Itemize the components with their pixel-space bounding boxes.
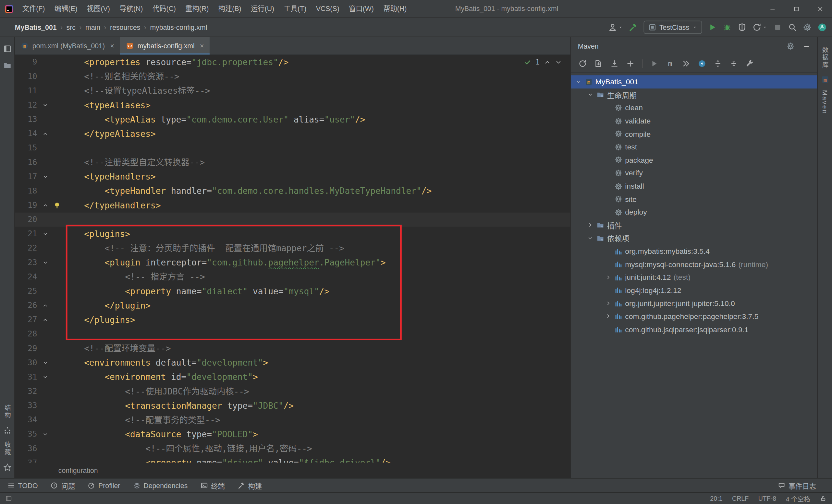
code-line[interactable]: 18 <typeHandler handler="com.demo.core.h… (15, 184, 570, 198)
tree-row[interactable]: mMyBatis_001 (571, 75, 817, 88)
line-number[interactable]: 9 (15, 55, 40, 69)
download-button[interactable] (610, 59, 619, 68)
toolwindow-button-构建[interactable]: 构建 (237, 480, 262, 491)
add-button[interactable] (626, 59, 635, 68)
code-line[interactable]: 15 (15, 141, 570, 155)
tree-row[interactable]: clean (571, 102, 817, 114)
tree-chevron-slot[interactable] (604, 313, 613, 319)
project-tool-window-button[interactable] (3, 45, 11, 53)
code-line[interactable]: 20 (15, 213, 570, 227)
fold-marker[interactable] (40, 255, 50, 270)
code-line[interactable]: 26 </plugin> (15, 299, 570, 313)
tab-close-icon[interactable]: × (200, 43, 204, 49)
maven-tool-window-button[interactable]: Maven (821, 90, 828, 114)
code-line[interactable]: 36 <!--四个属性,驱动,链接,用户名,密码--> (15, 442, 570, 456)
menu-item[interactable]: 运行(U) (246, 0, 279, 18)
line-number[interactable]: 26 (15, 299, 40, 313)
line-number[interactable]: 31 (15, 370, 40, 384)
build-project-button[interactable] (628, 23, 638, 32)
code-line[interactable]: 9 <properties resource="jdbc.properties"… (15, 55, 570, 69)
code-line[interactable]: 22 <!-- 注意：分页助手的插件 配置在通用馆mapper之前 --> (15, 241, 570, 255)
structure-tool-window-button[interactable]: 结构 (3, 404, 12, 419)
line-number[interactable]: 28 (15, 327, 40, 341)
tree-chevron-slot[interactable] (604, 301, 613, 306)
code-line[interactable]: 23 <plugin interceptor="com.github.pageh… (15, 255, 570, 270)
tree-row[interactable]: org.junit.jupiter:junit-jupiter:5.10.0 (571, 297, 817, 310)
tree-chevron-slot[interactable] (586, 235, 595, 241)
toolwindow-button-todo[interactable]: TODO (7, 482, 38, 490)
maven-stripe-icon[interactable]: m (821, 75, 829, 84)
settings-button[interactable] (803, 23, 812, 32)
coverage-button[interactable] (737, 23, 747, 32)
menu-item[interactable]: 窗口(W) (344, 0, 379, 18)
code-line[interactable]: 35 <dataSource type="POOLED"> (15, 427, 570, 442)
maven-settings-button[interactable] (745, 59, 754, 68)
line-number[interactable]: 29 (15, 341, 40, 356)
code-line[interactable]: 10 <!--别名相关的资源--> (15, 69, 570, 84)
database-tool-window-button[interactable]: 数据库 (820, 47, 829, 69)
code-line[interactable]: 24 <!-- 指定方言 --> (15, 270, 570, 284)
intention-bulb[interactable] (50, 198, 64, 213)
fold-marker[interactable] (40, 370, 50, 384)
tree-row[interactable]: 生命周期 (571, 88, 817, 101)
code-line[interactable]: 21 <plugins> (15, 227, 570, 241)
refresh-button[interactable] (578, 59, 587, 68)
fold-marker[interactable] (40, 313, 50, 327)
line-number[interactable]: 32 (15, 384, 40, 399)
tree-row[interactable]: verify (571, 167, 817, 179)
tree-chevron-slot[interactable] (604, 275, 613, 280)
minimize-button[interactable] (760, 0, 784, 18)
line-number[interactable]: 16 (15, 155, 40, 169)
fold-marker[interactable] (40, 299, 50, 313)
toolwindow-toggle-icon[interactable] (5, 495, 12, 502)
breadcrumb-item[interactable]: resources (110, 23, 140, 31)
code-line[interactable]: 19 </typeHandlers> (15, 198, 570, 213)
line-number[interactable]: 19 (15, 198, 40, 213)
tree-row[interactable]: 依赖项 (571, 232, 817, 245)
menu-item[interactable]: 代码(C) (148, 0, 180, 18)
tree-chevron-slot[interactable] (586, 222, 595, 228)
breadcrumb-item[interactable]: src (67, 23, 76, 31)
code-line[interactable]: 11 <!--设置typeAliases标签--> (15, 84, 570, 98)
line-number[interactable]: 25 (15, 284, 40, 298)
toolwindow-button-profiler[interactable]: Profiler (87, 482, 120, 490)
menu-item[interactable]: 工具(T) (279, 0, 311, 18)
menu-item[interactable]: 导航(N) (115, 0, 148, 18)
tab-close-icon[interactable]: × (110, 43, 114, 49)
code-line[interactable]: 13 <typeAlias type="com.demo.core.User" … (15, 112, 570, 127)
breadcrumb-item[interactable]: MyBatis_001 (15, 23, 57, 31)
line-number[interactable]: 24 (15, 270, 40, 284)
tree-row[interactable]: mysql:mysql-connector-java:5.1.6(runtime… (571, 258, 817, 271)
line-number[interactable]: 14 (15, 127, 40, 141)
hide-panel-icon[interactable] (802, 42, 811, 50)
tree-chevron-slot[interactable] (574, 79, 583, 85)
download-sources-button[interactable] (594, 59, 603, 68)
expand-all-button[interactable] (713, 59, 722, 68)
run-button[interactable] (650, 59, 658, 68)
line-number[interactable]: 13 (15, 112, 40, 127)
maven-options-gear-icon[interactable] (786, 42, 795, 50)
code-line[interactable]: 33 <transactionManager type="JDBC"/> (15, 399, 570, 413)
favorites-tool-window-button[interactable]: 收藏 (3, 442, 12, 456)
fold-marker[interactable] (40, 356, 50, 370)
line-number[interactable]: 33 (15, 399, 40, 413)
fold-marker[interactable] (40, 127, 50, 141)
tree-row[interactable]: validate (571, 114, 817, 128)
tree-row[interactable]: package (571, 153, 817, 166)
line-number[interactable]: 36 (15, 442, 40, 456)
folder-tool-window-button[interactable] (3, 61, 11, 69)
code-line[interactable]: 29 <!--配置环境变量--> (15, 341, 570, 356)
line-number[interactable]: 35 (15, 427, 40, 442)
code-line[interactable]: 25 <property name="dialect" value="mysql… (15, 284, 570, 298)
prev-problem-icon[interactable] (544, 59, 551, 66)
maven-goal-button[interactable]: m (666, 59, 674, 68)
offline-mode-button[interactable] (698, 59, 706, 68)
editor-tab[interactable]: mybatis-config.xml× (120, 37, 210, 54)
fold-marker[interactable] (40, 198, 50, 213)
menu-item[interactable]: VCS(S) (311, 0, 344, 18)
tree-chevron-slot[interactable] (586, 92, 595, 98)
line-number[interactable]: 18 (15, 184, 40, 198)
code-line[interactable]: 31 <environment id="development"> (15, 370, 570, 384)
event-log-button[interactable]: 事件日志 (778, 480, 816, 491)
favorites-star-icon[interactable] (3, 463, 11, 472)
